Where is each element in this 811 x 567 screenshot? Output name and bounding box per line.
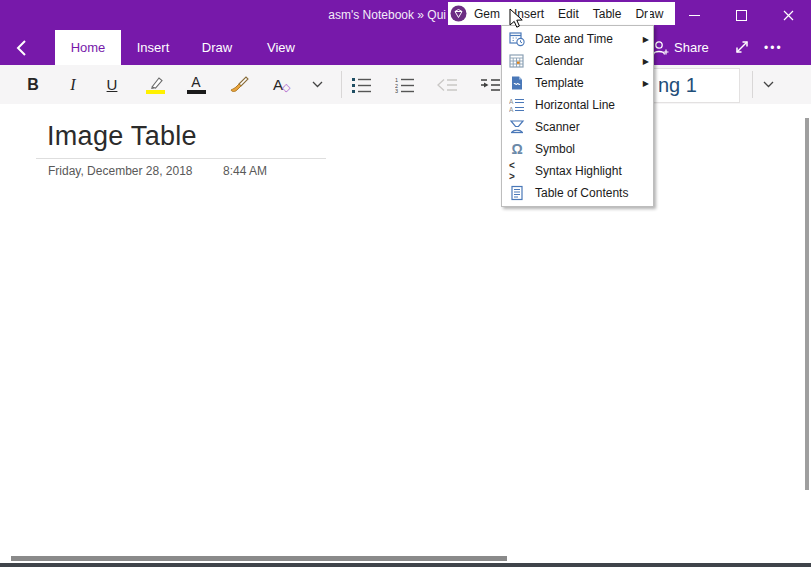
symbol-icon: Ω [509,141,525,157]
chevron-down-icon [763,81,774,88]
menu-item-table-of-contents[interactable]: Table of Contents [502,182,653,204]
share-label: Share [674,40,709,55]
tab-home[interactable]: Home [55,30,121,65]
menubar-item-gem[interactable]: Gem [467,7,507,21]
indent-icon [480,78,500,92]
fullscreen-button[interactable] [731,36,755,60]
bullet-list-button[interactable] [348,65,374,104]
chevron-down-icon [312,81,323,88]
highlighter-button[interactable] [140,65,170,104]
close-button[interactable] [766,0,811,30]
page-canvas[interactable]: Image Table Friday, December 28, 2018 8:… [0,104,811,552]
date-time-icon [509,31,525,47]
styles-icon: A ◇ [273,76,283,94]
page-title[interactable]: Image Table [47,121,197,152]
close-icon [783,10,794,21]
menu-item-calendar[interactable]: Calendar ▶ [502,50,653,72]
horizontal-line-icon: A A [509,97,525,113]
toolbar-overflow-button[interactable] [306,65,328,104]
maximize-icon [736,10,747,21]
ellipsis-icon: ••• [764,41,783,55]
submenu-arrow-icon: ▶ [643,57,649,66]
menubar-item-insert[interactable]: Insert [507,7,551,21]
bold-button[interactable]: B [20,65,46,104]
outdent-button [434,65,460,104]
vertical-scrollbar[interactable] [805,118,809,490]
menu-item-symbol[interactable]: Ω Symbol [502,138,653,160]
back-chevron-icon [13,38,33,58]
minimize-button[interactable] [672,0,717,30]
bullet-list-icon [352,77,371,93]
page-time: 8:44 AM [223,164,267,178]
page-title-rule [36,158,326,159]
indent-button[interactable] [477,65,503,104]
back-button[interactable] [13,38,37,58]
numbered-list-icon: 1 2 3 [395,77,414,93]
tab-insert[interactable]: Insert [121,30,185,65]
svg-text:A: A [509,106,514,113]
maximize-button[interactable] [719,0,764,30]
format-painter-button[interactable] [224,65,252,104]
ribbon-tab-row: Home Insert Draw View Share ••• [0,30,811,65]
minimize-icon [689,15,700,16]
outdent-icon [437,78,457,92]
template-icon [509,75,525,91]
menu-item-syntax-highlight[interactable]: < > Syntax Highlight [502,160,653,182]
menu-item-date-and-time[interactable]: Date and Time ▶ [502,28,653,50]
underline-icon: U [107,76,118,93]
underline-button[interactable]: U [99,65,125,104]
font-color-button[interactable]: A [182,65,210,104]
notebook-title[interactable]: asm's Notebook » Qui [0,8,446,22]
submenu-arrow-icon: ▶ [643,35,649,44]
svg-text:A: A [509,98,514,105]
more-options-button[interactable]: ••• [764,30,783,65]
submenu-arrow-icon: ▶ [643,79,649,88]
font-color-icon: A [187,75,206,94]
tab-view[interactable]: View [249,30,313,65]
toolbar-divider [341,71,342,98]
style-gallery-dropdown-button[interactable] [758,65,778,104]
toc-icon [509,185,525,201]
syntax-highlight-icon: < > [509,163,525,179]
menu-item-scanner[interactable]: Scanner [502,116,653,138]
style-gallery-divider [752,71,753,98]
menubar-item-table[interactable]: Table [586,7,629,21]
share-button[interactable]: Share [650,30,709,65]
menu-item-template[interactable]: Template ▶ [502,72,653,94]
page-date: Friday, December 28, 2018 [48,164,193,178]
styles-button[interactable]: A ◇ [264,65,292,104]
format-painter-icon [227,75,249,95]
svg-text:3: 3 [395,88,398,93]
expand-diagonal-icon [731,36,753,58]
menubar-separator [648,5,650,22]
titlebar: asm's Notebook » Qui [0,0,811,30]
horizontal-scrollbar[interactable] [11,556,507,561]
italic-button[interactable]: I [60,65,86,104]
page-date-row: Friday, December 28, 2018 8:44 AM [48,164,348,178]
window-bottom-border [0,563,811,567]
menubar-item-edit[interactable]: Edit [551,7,586,21]
numbered-list-button[interactable]: 1 2 3 [391,65,417,104]
gem-app-icon [450,5,467,22]
menu-item-horizontal-line[interactable]: A A Horizontal Line [502,94,653,116]
gem-menubar: Gem Insert Edit Table Draw [448,2,675,25]
scanner-icon [509,119,525,135]
bold-icon: B [27,76,39,94]
calendar-icon [509,53,525,69]
formatting-toolbar: B I U A A ◇ [0,65,811,105]
tab-draw[interactable]: Draw [185,30,249,65]
italic-icon: I [70,76,75,94]
highlighter-icon [145,75,165,94]
insert-menu: Date and Time ▶ Calendar ▶ Template ▶ A [501,25,654,207]
